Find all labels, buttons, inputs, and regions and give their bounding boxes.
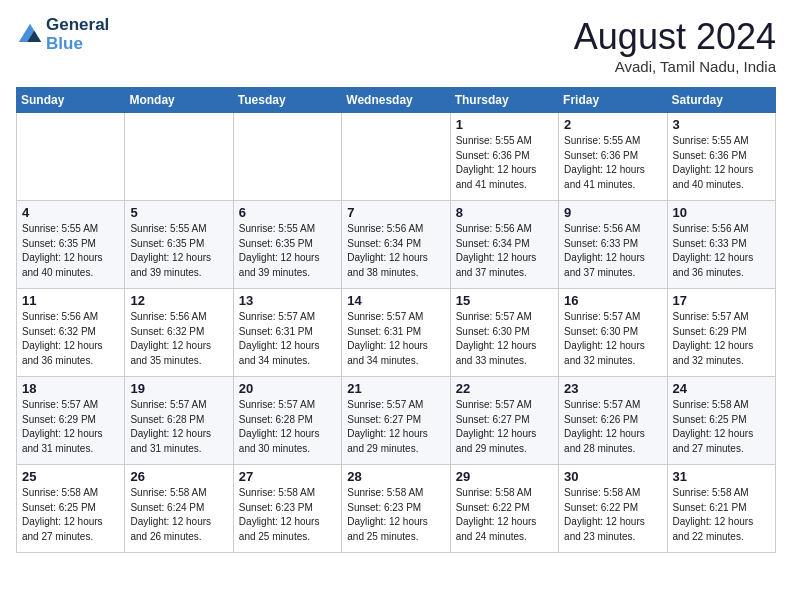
calendar-cell: 23Sunrise: 5:57 AM Sunset: 6:26 PM Dayli…	[559, 377, 667, 465]
day-number: 13	[239, 293, 336, 308]
calendar-cell: 24Sunrise: 5:58 AM Sunset: 6:25 PM Dayli…	[667, 377, 775, 465]
day-number: 20	[239, 381, 336, 396]
day-info: Sunrise: 5:58 AM Sunset: 6:22 PM Dayligh…	[456, 486, 553, 544]
day-info: Sunrise: 5:57 AM Sunset: 6:28 PM Dayligh…	[130, 398, 227, 456]
day-number: 31	[673, 469, 770, 484]
calendar-cell: 18Sunrise: 5:57 AM Sunset: 6:29 PM Dayli…	[17, 377, 125, 465]
day-number: 1	[456, 117, 553, 132]
calendar-cell: 17Sunrise: 5:57 AM Sunset: 6:29 PM Dayli…	[667, 289, 775, 377]
calendar-cell: 10Sunrise: 5:56 AM Sunset: 6:33 PM Dayli…	[667, 201, 775, 289]
day-info: Sunrise: 5:55 AM Sunset: 6:36 PM Dayligh…	[456, 134, 553, 192]
calendar-table: SundayMondayTuesdayWednesdayThursdayFrid…	[16, 87, 776, 553]
day-info: Sunrise: 5:57 AM Sunset: 6:29 PM Dayligh…	[673, 310, 770, 368]
calendar-cell: 19Sunrise: 5:57 AM Sunset: 6:28 PM Dayli…	[125, 377, 233, 465]
day-info: Sunrise: 5:56 AM Sunset: 6:32 PM Dayligh…	[130, 310, 227, 368]
calendar-cell: 28Sunrise: 5:58 AM Sunset: 6:23 PM Dayli…	[342, 465, 450, 553]
calendar-cell: 8Sunrise: 5:56 AM Sunset: 6:34 PM Daylig…	[450, 201, 558, 289]
day-number: 3	[673, 117, 770, 132]
day-number: 26	[130, 469, 227, 484]
day-number: 17	[673, 293, 770, 308]
weekday-header-sunday: Sunday	[17, 88, 125, 113]
day-number: 30	[564, 469, 661, 484]
day-number: 4	[22, 205, 119, 220]
day-number: 27	[239, 469, 336, 484]
weekday-header-thursday: Thursday	[450, 88, 558, 113]
day-number: 25	[22, 469, 119, 484]
day-info: Sunrise: 5:55 AM Sunset: 6:36 PM Dayligh…	[673, 134, 770, 192]
day-info: Sunrise: 5:57 AM Sunset: 6:26 PM Dayligh…	[564, 398, 661, 456]
day-info: Sunrise: 5:56 AM Sunset: 6:32 PM Dayligh…	[22, 310, 119, 368]
weekday-header-row: SundayMondayTuesdayWednesdayThursdayFrid…	[17, 88, 776, 113]
day-info: Sunrise: 5:58 AM Sunset: 6:21 PM Dayligh…	[673, 486, 770, 544]
calendar-cell: 16Sunrise: 5:57 AM Sunset: 6:30 PM Dayli…	[559, 289, 667, 377]
day-number: 18	[22, 381, 119, 396]
day-info: Sunrise: 5:57 AM Sunset: 6:27 PM Dayligh…	[456, 398, 553, 456]
calendar-cell: 14Sunrise: 5:57 AM Sunset: 6:31 PM Dayli…	[342, 289, 450, 377]
weekday-header-friday: Friday	[559, 88, 667, 113]
day-info: Sunrise: 5:57 AM Sunset: 6:27 PM Dayligh…	[347, 398, 444, 456]
day-info: Sunrise: 5:57 AM Sunset: 6:31 PM Dayligh…	[347, 310, 444, 368]
day-info: Sunrise: 5:58 AM Sunset: 6:22 PM Dayligh…	[564, 486, 661, 544]
day-info: Sunrise: 5:56 AM Sunset: 6:33 PM Dayligh…	[673, 222, 770, 280]
calendar-cell: 12Sunrise: 5:56 AM Sunset: 6:32 PM Dayli…	[125, 289, 233, 377]
calendar-cell: 11Sunrise: 5:56 AM Sunset: 6:32 PM Dayli…	[17, 289, 125, 377]
day-number: 21	[347, 381, 444, 396]
day-number: 10	[673, 205, 770, 220]
day-number: 7	[347, 205, 444, 220]
calendar-cell: 25Sunrise: 5:58 AM Sunset: 6:25 PM Dayli…	[17, 465, 125, 553]
weekday-header-monday: Monday	[125, 88, 233, 113]
day-number: 9	[564, 205, 661, 220]
calendar-cell	[125, 113, 233, 201]
calendar-cell: 20Sunrise: 5:57 AM Sunset: 6:28 PM Dayli…	[233, 377, 341, 465]
calendar-header: SundayMondayTuesdayWednesdayThursdayFrid…	[17, 88, 776, 113]
day-info: Sunrise: 5:55 AM Sunset: 6:35 PM Dayligh…	[130, 222, 227, 280]
calendar-cell: 26Sunrise: 5:58 AM Sunset: 6:24 PM Dayli…	[125, 465, 233, 553]
calendar-cell: 29Sunrise: 5:58 AM Sunset: 6:22 PM Dayli…	[450, 465, 558, 553]
calendar-cell: 7Sunrise: 5:56 AM Sunset: 6:34 PM Daylig…	[342, 201, 450, 289]
calendar-cell: 31Sunrise: 5:58 AM Sunset: 6:21 PM Dayli…	[667, 465, 775, 553]
calendar-week-1: 1Sunrise: 5:55 AM Sunset: 6:36 PM Daylig…	[17, 113, 776, 201]
day-info: Sunrise: 5:55 AM Sunset: 6:35 PM Dayligh…	[22, 222, 119, 280]
calendar-week-5: 25Sunrise: 5:58 AM Sunset: 6:25 PM Dayli…	[17, 465, 776, 553]
logo: General Blue	[16, 16, 109, 53]
day-number: 23	[564, 381, 661, 396]
day-number: 12	[130, 293, 227, 308]
day-info: Sunrise: 5:58 AM Sunset: 6:24 PM Dayligh…	[130, 486, 227, 544]
calendar-cell: 15Sunrise: 5:57 AM Sunset: 6:30 PM Dayli…	[450, 289, 558, 377]
calendar-cell: 13Sunrise: 5:57 AM Sunset: 6:31 PM Dayli…	[233, 289, 341, 377]
day-number: 15	[456, 293, 553, 308]
weekday-header-tuesday: Tuesday	[233, 88, 341, 113]
calendar-cell: 4Sunrise: 5:55 AM Sunset: 6:35 PM Daylig…	[17, 201, 125, 289]
day-number: 11	[22, 293, 119, 308]
day-number: 14	[347, 293, 444, 308]
day-number: 5	[130, 205, 227, 220]
day-info: Sunrise: 5:58 AM Sunset: 6:25 PM Dayligh…	[22, 486, 119, 544]
day-info: Sunrise: 5:56 AM Sunset: 6:34 PM Dayligh…	[347, 222, 444, 280]
calendar-cell	[233, 113, 341, 201]
day-number: 28	[347, 469, 444, 484]
day-number: 6	[239, 205, 336, 220]
weekday-header-saturday: Saturday	[667, 88, 775, 113]
calendar-cell: 30Sunrise: 5:58 AM Sunset: 6:22 PM Dayli…	[559, 465, 667, 553]
weekday-header-wednesday: Wednesday	[342, 88, 450, 113]
day-number: 19	[130, 381, 227, 396]
calendar-cell: 21Sunrise: 5:57 AM Sunset: 6:27 PM Dayli…	[342, 377, 450, 465]
day-info: Sunrise: 5:56 AM Sunset: 6:34 PM Dayligh…	[456, 222, 553, 280]
day-info: Sunrise: 5:58 AM Sunset: 6:25 PM Dayligh…	[673, 398, 770, 456]
day-number: 22	[456, 381, 553, 396]
main-title: August 2024	[574, 16, 776, 58]
calendar-cell	[17, 113, 125, 201]
day-info: Sunrise: 5:57 AM Sunset: 6:29 PM Dayligh…	[22, 398, 119, 456]
calendar-cell: 22Sunrise: 5:57 AM Sunset: 6:27 PM Dayli…	[450, 377, 558, 465]
logo-icon	[16, 21, 44, 49]
calendar-cell: 6Sunrise: 5:55 AM Sunset: 6:35 PM Daylig…	[233, 201, 341, 289]
calendar-cell: 9Sunrise: 5:56 AM Sunset: 6:33 PM Daylig…	[559, 201, 667, 289]
subtitle: Avadi, Tamil Nadu, India	[574, 58, 776, 75]
day-info: Sunrise: 5:58 AM Sunset: 6:23 PM Dayligh…	[347, 486, 444, 544]
calendar-cell: 5Sunrise: 5:55 AM Sunset: 6:35 PM Daylig…	[125, 201, 233, 289]
calendar-week-2: 4Sunrise: 5:55 AM Sunset: 6:35 PM Daylig…	[17, 201, 776, 289]
day-info: Sunrise: 5:57 AM Sunset: 6:28 PM Dayligh…	[239, 398, 336, 456]
day-info: Sunrise: 5:57 AM Sunset: 6:31 PM Dayligh…	[239, 310, 336, 368]
calendar-week-4: 18Sunrise: 5:57 AM Sunset: 6:29 PM Dayli…	[17, 377, 776, 465]
day-info: Sunrise: 5:57 AM Sunset: 6:30 PM Dayligh…	[456, 310, 553, 368]
